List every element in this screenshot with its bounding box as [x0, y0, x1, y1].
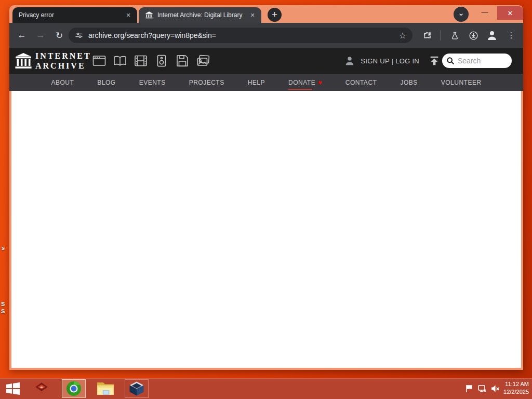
images-icon[interactable] [196, 53, 210, 69]
heart-icon: ♥ [318, 79, 322, 86]
menu-dots-icon[interactable]: ⋮ [504, 28, 518, 43]
software-icon[interactable] [176, 53, 189, 69]
web-icon[interactable] [92, 53, 106, 69]
wordmark-line1: INTERNET [35, 51, 91, 61]
nav-projects[interactable]: PROJECTS [189, 79, 224, 86]
browser-toolbar: ← → ↻ archive.org/search?query=win8pe&si… [9, 23, 523, 48]
address-bar[interactable]: archive.org/search?query=win8pe&sin= ☆ [69, 28, 413, 43]
nav-about[interactable]: ABOUT [51, 79, 74, 86]
tab-privacy-error[interactable]: Privacy error ✕ [12, 7, 137, 23]
user-person-icon [344, 55, 355, 66]
nav-blog[interactable]: BLOG [97, 79, 115, 86]
desktop: s S S Privacy error ✕ Internet Archive: … [0, 0, 532, 399]
clock-time: 11:12 AM [497, 380, 529, 388]
tab-title: Privacy error [19, 11, 124, 19]
internet-archive-favicon-icon [145, 11, 153, 19]
close-window-button[interactable]: ✕ [497, 6, 523, 20]
reload-button[interactable]: ↻ [52, 28, 66, 43]
file-explorer-icon[interactable] [95, 380, 116, 397]
media-type-icons [92, 53, 210, 69]
chrome-taskbar-button[interactable] [62, 379, 86, 398]
desktop-icon-label-fragment: s [2, 245, 5, 251]
chrome-labs-flask-icon[interactable] [447, 28, 462, 43]
network-status-icon[interactable] [477, 384, 487, 393]
clock-date: 12/2/2025 [497, 388, 529, 396]
tab-internet-archive[interactable]: Internet Archive: Digital Library ✕ [139, 7, 261, 23]
audio-icon[interactable] [155, 53, 168, 69]
browser-window: Privacy error ✕ Internet Archive: Digita… [9, 5, 523, 370]
nav-volunteer[interactable]: VOLUNTEER [441, 79, 482, 86]
forward-button[interactable]: → [33, 28, 48, 43]
donate-label: DONATE [288, 79, 315, 86]
wordmark-line2: ARCHIVE [35, 61, 91, 71]
bookmark-star-icon[interactable]: ☆ [399, 31, 406, 41]
system-tray [464, 378, 500, 399]
search-icon [446, 57, 455, 65]
minimize-button[interactable]: — [477, 5, 493, 19]
red-app-icon[interactable] [31, 380, 52, 397]
nav-donate[interactable]: DONATE♥ [288, 79, 322, 86]
desktop-icon-label-fragment: S [1, 308, 5, 314]
texts-icon[interactable] [113, 53, 127, 69]
new-tab-button[interactable]: + [268, 8, 282, 22]
url-text[interactable]: archive.org/search?query=win8pe&sin= [88, 31, 399, 39]
taskbar: 11:12 AM 12/2/2025 [0, 378, 532, 399]
upload-icon[interactable] [429, 55, 440, 66]
internet-archive-logo[interactable] [14, 51, 33, 70]
nav-events[interactable]: EVENTS [139, 79, 166, 86]
downloads-icon[interactable] [466, 28, 481, 43]
desktop-icon-label-fragment: S [1, 301, 5, 307]
action-center-flag-icon[interactable] [464, 384, 474, 393]
tab-search-chevron-icon[interactable]: ⌄ [454, 7, 469, 22]
extensions-icon[interactable] [420, 28, 434, 43]
search-input[interactable] [458, 57, 506, 65]
video-icon[interactable] [134, 53, 148, 69]
close-tab-icon[interactable]: ✕ [248, 10, 257, 20]
internet-archive-nav: ABOUT BLOG EVENTS PROJECTS HELP DONATE♥ … [9, 74, 523, 91]
start-button[interactable] [4, 380, 22, 397]
toolbar-separator [440, 30, 441, 41]
close-tab-icon[interactable]: ✕ [124, 10, 133, 20]
tab-title: Internet Archive: Digital Library [157, 11, 248, 19]
signup-login-link[interactable]: SIGN UP | LOG IN [361, 57, 419, 65]
taskbar-clock[interactable]: 11:12 AM 12/2/2025 [497, 380, 529, 396]
internet-archive-header: INTERNET ARCHIVE [9, 48, 523, 74]
nav-jobs[interactable]: JOBS [400, 79, 417, 86]
site-search-box[interactable] [442, 54, 512, 68]
virtualbox-icon[interactable] [125, 379, 149, 398]
internet-archive-wordmark[interactable]: INTERNET ARCHIVE [35, 51, 91, 71]
chrome-icon [65, 380, 82, 397]
nav-help[interactable]: HELP [248, 79, 265, 86]
tab-strip: Privacy error ✕ Internet Archive: Digita… [9, 5, 523, 23]
account-area: SIGN UP | LOG IN [344, 48, 440, 74]
profile-avatar[interactable] [485, 28, 499, 43]
nav-contact[interactable]: CONTACT [345, 79, 377, 86]
site-settings-icon[interactable] [75, 31, 83, 39]
page-content [11, 91, 521, 368]
back-button[interactable]: ← [15, 28, 29, 43]
